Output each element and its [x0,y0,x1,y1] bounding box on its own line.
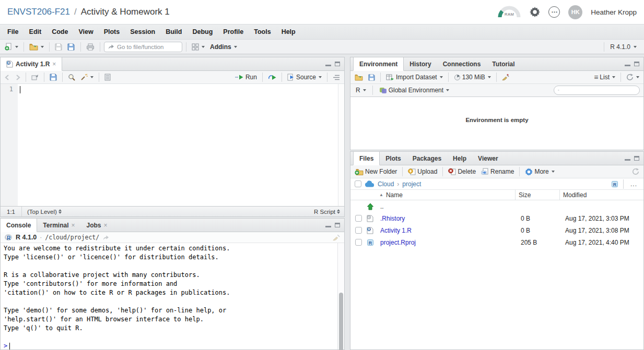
code-tools-button[interactable] [79,73,95,82]
rename-button[interactable]: Rename [479,167,516,176]
upload-button[interactable]: Upload [406,167,439,176]
more-options-icon[interactable]: ⋯ [548,6,560,18]
menu-build[interactable]: Build [160,25,187,39]
menu-debug[interactable]: Debug [187,25,218,39]
language-selector[interactable]: R [354,86,368,95]
settings-gear-icon[interactable] [530,7,540,17]
path-more-button[interactable]: ... [628,180,639,188]
clear-environment-icon[interactable] [500,73,511,82]
r-version-selector[interactable]: R 4.1.0 [606,43,641,51]
parent-directory-row[interactable]: .. [350,200,643,212]
environment-search[interactable] [554,86,640,95]
source-button[interactable]: Source [286,73,323,82]
file-link[interactable]: project.Rproj [380,239,518,246]
save-button[interactable] [53,42,64,52]
forward-button[interactable] [14,74,22,81]
tab-history[interactable]: History [404,57,437,70]
avatar[interactable]: HK [568,5,582,19]
row-checkbox[interactable] [355,227,362,234]
menu-tools[interactable]: Tools [249,25,276,39]
tab-activity-1-r[interactable]: R Activity 1.R × [1,57,62,71]
console-scrollbar[interactable] [337,243,344,349]
console-output[interactable]: You are welcome to redistribute it under… [1,243,337,349]
menu-plots[interactable]: Plots [99,25,125,39]
menu-code[interactable]: Code [46,25,73,39]
delete-button[interactable]: Delete [447,167,477,176]
tab-files[interactable]: Files [353,152,380,165]
parent-directory-label[interactable]: .. [380,203,518,210]
maximize-icon[interactable] [634,156,639,161]
code-editor[interactable]: 1 [1,84,344,206]
minimize-icon[interactable] [625,62,630,66]
load-workspace-button[interactable] [353,73,365,82]
run-button[interactable]: Run [233,73,259,82]
rproj-badge-icon[interactable]: R [611,180,618,188]
file-row[interactable]: R project.Rproj 205 B Aug 17, 2021, 4:40… [350,236,643,248]
tab-packages[interactable]: Packages [407,152,447,165]
goto-file-input[interactable] [117,44,174,50]
column-name[interactable]: ▲ Name [350,190,515,200]
tab-console[interactable]: Console [1,219,37,232]
menu-view[interactable]: View [73,25,98,39]
save-all-button[interactable] [66,42,77,52]
column-modified[interactable]: Modified [559,190,643,200]
compile-report-button[interactable] [103,73,112,82]
memory-usage-button[interactable]: 130 MiB [452,73,493,82]
environment-scope-selector[interactable]: Global Environment [378,86,451,95]
tab-tutorial[interactable]: Tutorial [486,57,520,70]
goto-directory-icon[interactable] [102,235,109,240]
tab-help[interactable]: Help [447,152,472,165]
close-icon[interactable]: × [104,222,108,229]
addins-grid-button[interactable] [190,42,206,52]
file-row[interactable]: R Activity 1.R 0 B Aug 17, 2021, 3:08 PM [350,224,643,236]
close-icon[interactable]: × [71,222,75,229]
file-row[interactable]: .Rhistory 0 B Aug 17, 2021, 3:03 PM [350,212,643,224]
new-file-button[interactable] [3,42,20,52]
project-link[interactable]: ENVST206-F21 [7,7,70,17]
clear-console-icon[interactable] [333,234,341,241]
minimize-icon[interactable] [325,62,331,66]
popout-button[interactable] [30,73,40,81]
find-replace-button[interactable] [66,73,77,82]
scope-selector[interactable]: (Top Level) [22,209,67,215]
menu-file[interactable]: File [2,25,24,39]
import-dataset-button[interactable]: Import Dataset [384,73,444,82]
back-button[interactable] [3,74,11,81]
more-button[interactable]: More [523,167,556,177]
rerun-button[interactable] [266,74,278,81]
addins-button[interactable]: Addins [208,42,239,52]
environment-search-input[interactable] [561,87,636,93]
maximize-icon[interactable] [335,223,340,227]
list-view-button[interactable]: ≡ List [592,73,617,82]
maximize-icon[interactable] [335,62,340,66]
file-type-selector[interactable]: R Script [314,209,344,215]
menu-profile[interactable]: Profile [218,25,249,39]
refresh-environment-button[interactable] [625,73,641,82]
menu-edit[interactable]: Edit [24,25,47,39]
select-all-checkbox[interactable] [355,180,361,187]
file-link[interactable]: Activity 1.R [380,227,518,234]
maximize-icon[interactable] [634,62,639,66]
save-source-button[interactable] [48,73,58,82]
close-icon[interactable]: × [52,61,56,68]
ram-gauge[interactable]: RAM [497,5,521,19]
print-button[interactable] [85,42,96,52]
save-workspace-button[interactable] [367,73,377,82]
tab-environment[interactable]: Environment [353,57,404,71]
tab-viewer[interactable]: Viewer [472,152,504,165]
column-size[interactable]: Size [515,190,559,200]
row-checkbox[interactable] [355,215,362,222]
editor-scrollbar[interactable] [338,84,344,206]
document-outline-button[interactable] [331,74,342,81]
breadcrumb-cloud[interactable]: Cloud [378,180,394,188]
refresh-files-button[interactable] [630,167,641,176]
breadcrumb-project[interactable]: project [402,180,421,188]
menu-help[interactable]: Help [276,25,301,39]
file-link[interactable]: .Rhistory [380,215,518,222]
new-folder-button[interactable]: New Folder [353,167,399,176]
tab-jobs[interactable]: Jobs× [80,219,113,232]
menu-session[interactable]: Session [125,25,160,39]
open-file-button[interactable] [28,42,45,52]
minimize-icon[interactable] [625,156,630,161]
scrollbar-thumb[interactable] [339,293,343,350]
